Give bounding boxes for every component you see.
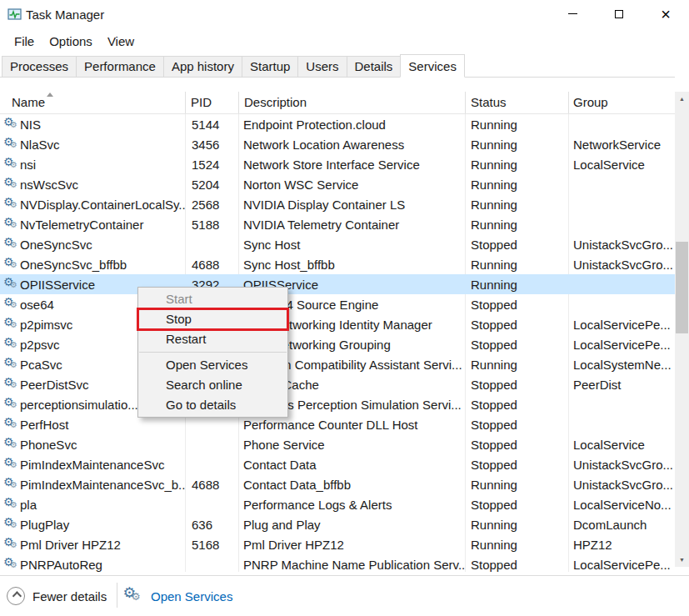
tab[interactable]: Users: [297, 56, 347, 77]
service-group-cell: PeerDist: [568, 378, 675, 392]
close-button[interactable]: ×: [642, 0, 689, 28]
tab[interactable]: Performance: [76, 56, 164, 77]
table-row[interactable]: OPIISService 3292 OPIISService Running: [0, 274, 675, 294]
context-menu-item[interactable]: Open Services: [138, 355, 287, 375]
service-name-cell: PimIndexMaintenanceSvc_b...: [0, 478, 185, 492]
table-row[interactable]: NVDisplay.ContainerLocalSy... 2568 NVIDI…: [0, 194, 675, 214]
table-row[interactable]: PimIndexMaintenanceSvc Contact Data Stop…: [0, 454, 675, 474]
service-gear-icon: [3, 558, 20, 572]
service-name: pla: [20, 498, 37, 512]
service-pid-cell: 3456: [185, 138, 238, 152]
tab[interactable]: Services: [400, 54, 465, 78]
scrollbar-thumb[interactable]: [676, 242, 688, 333]
chevron-up-circle-icon: [7, 587, 25, 605]
tab[interactable]: App history: [163, 56, 242, 77]
service-description-cell: Performance Logs & Alerts: [238, 498, 465, 512]
service-gear-icon: [3, 318, 20, 332]
menu-bar-item[interactable]: View: [100, 30, 142, 53]
table-row[interactable]: PerfHost Performance Counter DLL Host St…: [0, 414, 675, 434]
service-gear-icon: [3, 158, 20, 172]
menu-bar-item[interactable]: File: [7, 30, 42, 53]
chevron-up-icon: [12, 591, 22, 600]
context-menu-item[interactable]: Stop: [138, 309, 287, 329]
scroll-down-icon: ▼: [679, 557, 685, 563]
menu-bar-item[interactable]: Options: [42, 30, 100, 53]
service-pid-cell: 5188: [185, 218, 238, 232]
service-gear-icon: [3, 178, 20, 192]
service-name: NIS: [20, 118, 41, 132]
service-description-cell: Endpoint Protection.cloud: [238, 118, 465, 132]
service-status-cell: Running: [465, 178, 568, 192]
table-row[interactable]: pla Performance Logs & Alerts Stopped Lo…: [0, 494, 675, 514]
context-menu-item[interactable]: Restart: [138, 329, 287, 349]
open-services-link[interactable]: Open Services: [125, 582, 232, 610]
table-row[interactable]: PimIndexMaintenanceSvc_b... 4688 Contact…: [0, 474, 675, 494]
table-row[interactable]: PhoneSvc Phone Service Stopped LocalServ…: [0, 434, 675, 454]
table-row[interactable]: nsi 1524 Network Store Interface Service…: [0, 154, 675, 174]
table-row[interactable]: NvTelemetryContainer 5188 NVIDIA Telemet…: [0, 214, 675, 234]
service-gear-icon: [3, 218, 20, 232]
table-row[interactable]: PcaSvc Program Compatibility Assistant S…: [0, 354, 675, 374]
minimize-button[interactable]: [549, 0, 596, 28]
service-pid-cell: 5168: [185, 538, 238, 552]
service-description-cell: Performance Counter DLL Host: [238, 418, 465, 432]
maximize-button[interactable]: [596, 0, 642, 28]
table-row[interactable]: PeerDistSvc BranchCache Stopped PeerDist: [0, 374, 675, 394]
window-title: Task Manager: [26, 0, 104, 30]
service-description-cell: Network Location Awareness: [238, 138, 465, 152]
service-gear-icon: [3, 498, 20, 512]
table-row[interactable]: nsWscSvc 5204 Norton WSC Service Running: [0, 174, 675, 194]
column-header-group[interactable]: Group: [568, 92, 675, 113]
service-name: NvTelemetryContainer: [20, 218, 143, 232]
service-name-cell: PerfHost: [0, 418, 185, 432]
service-gear-icon: [3, 438, 20, 452]
column-header-description[interactable]: Description: [238, 92, 465, 113]
service-description-cell: NVIDIA Display Container LS: [238, 198, 465, 212]
column-header-pid[interactable]: PID: [185, 92, 238, 113]
service-name-cell: PlugPlay: [0, 518, 185, 532]
vertical-scrollbar[interactable]: ▲ ▼: [675, 92, 689, 567]
context-menu-item[interactable]: Start: [138, 289, 287, 309]
table-row[interactable]: NlaSvc 3456 Network Location Awareness R…: [0, 134, 675, 154]
table-row[interactable]: perceptionsimulatio... Windows Perceptio…: [0, 394, 675, 414]
menu-bar: FileOptionsView: [0, 30, 689, 53]
service-status-cell: Stopped: [465, 558, 568, 572]
table-row[interactable]: p2psvc Peer Networking Grouping Stopped …: [0, 334, 675, 354]
table-row[interactable]: OneSyncSvc_bffbb 4688 Sync Host_bffbb Ru…: [0, 254, 675, 274]
service-group-cell: NetworkService: [568, 138, 675, 152]
tab[interactable]: Processes: [2, 56, 77, 77]
table-row[interactable]: Pml Driver HPZ12 5168 Pml Driver HPZ12 R…: [0, 534, 675, 554]
column-header-name[interactable]: Name: [0, 92, 185, 113]
service-gear-icon: [3, 298, 20, 312]
table-row[interactable]: NIS 5144 Endpoint Protection.cloud Runni…: [0, 114, 675, 134]
fewer-details-button[interactable]: Fewer details: [7, 582, 107, 610]
tab[interactable]: Details: [347, 56, 402, 77]
table-row[interactable]: ose64 Office 64 Source Engine Stopped: [0, 294, 675, 314]
service-name-cell: PhoneSvc: [0, 438, 185, 452]
scroll-up-button[interactable]: ▲: [675, 92, 689, 106]
tab[interactable]: Startup: [242, 56, 298, 77]
service-status-cell: Running: [465, 158, 568, 172]
service-name: PcaSvc: [20, 358, 62, 372]
service-group-cell: LocalServicePe...: [568, 558, 675, 572]
service-description-cell: Contact Data: [238, 458, 465, 472]
table-row[interactable]: PNRPAutoReg PNRP Machine Name Publicatio…: [0, 554, 675, 573]
service-gear-icon: [3, 358, 20, 372]
table-row[interactable]: PlugPlay 636 Plug and Play Running DcomL…: [0, 514, 675, 534]
context-menu-item[interactable]: Search online: [138, 375, 287, 395]
service-group-cell: LocalService: [568, 438, 675, 452]
context-menu-item[interactable]: Go to details: [138, 395, 287, 415]
table-row[interactable]: p2pimsvc Peer Networking Identity Manage…: [0, 314, 675, 334]
service-name-cell: Pml Driver HPZ12: [0, 538, 185, 552]
column-header-status[interactable]: Status: [465, 92, 568, 113]
table-row[interactable]: OneSyncSvc Sync Host Stopped UnistackSvc…: [0, 234, 675, 254]
scroll-down-button[interactable]: ▼: [675, 553, 689, 567]
task-manager-window: Task Manager × FileOptionsView Processes…: [0, 0, 689, 616]
service-description-cell: Sync Host: [238, 238, 465, 252]
maximize-icon: [615, 10, 623, 18]
scroll-up-icon: ▲: [679, 96, 685, 102]
footer-divider: [117, 583, 117, 608]
service-status-cell: Stopped: [465, 498, 568, 512]
service-gear-icon: [3, 138, 20, 152]
service-name-cell: PNRPAutoReg: [0, 558, 185, 572]
